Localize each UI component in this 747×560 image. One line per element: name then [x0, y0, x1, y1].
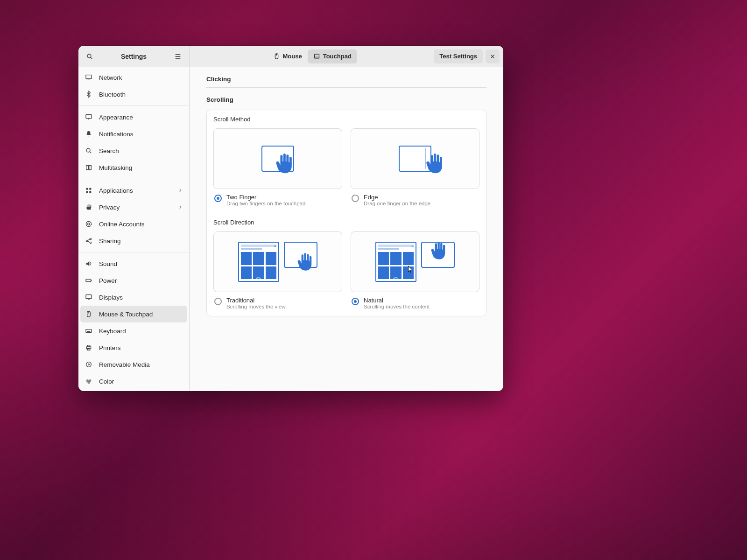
radio-traditional[interactable]: [214, 298, 222, 305]
tab-touchpad[interactable]: Touchpad: [308, 49, 357, 63]
radio-natural[interactable]: [352, 298, 359, 305]
sidebar-item-mouse-touchpad[interactable]: Mouse & Touchpad: [80, 306, 187, 322]
settings-window: Settings Network Bluetooth Appearance: [78, 46, 503, 391]
section-scrolling-title: Scrolling: [206, 96, 486, 103]
sidebar-item-label: Color: [99, 378, 114, 385]
sidebar-item-label: Removable Media: [99, 361, 150, 368]
two-finger-illustration: [213, 128, 342, 189]
svg-rect-11: [86, 165, 89, 169]
button-label: Test Settings: [439, 53, 477, 60]
search-small-icon: [85, 147, 92, 154]
scroll-direction-options: × ︽: [207, 229, 486, 316]
sidebar-item-sharing[interactable]: Sharing: [78, 232, 189, 249]
sidebar-item-privacy[interactable]: Privacy: [78, 199, 189, 216]
sidebar-list: Network Bluetooth Appearance Notificatio…: [78, 67, 189, 391]
sidebar: Settings Network Bluetooth Appearance: [78, 46, 190, 391]
appearance-icon: [85, 113, 92, 121]
sidebar-separator: [78, 252, 189, 252]
option-desc: Scrolling moves the content: [364, 304, 430, 309]
sidebar-item-label: Sharing: [99, 238, 121, 245]
bluetooth-icon: [85, 91, 92, 98]
tab-label: Touchpad: [323, 53, 352, 60]
sidebar-header: Settings: [78, 46, 189, 67]
sidebar-item-label: Sound: [99, 260, 117, 267]
svg-rect-29: [86, 329, 92, 333]
sidebar-item-label: Power: [99, 277, 117, 284]
sidebar-item-appearance[interactable]: Appearance: [78, 109, 189, 126]
svg-line-22: [87, 241, 90, 243]
content-area: Clicking Scrolling Scroll Method: [190, 67, 503, 391]
sidebar-item-label: Multitasking: [99, 164, 132, 171]
sidebar-item-label: Mouse & Touchpad: [99, 311, 153, 318]
tab-label: Mouse: [283, 53, 302, 60]
svg-rect-12: [89, 165, 92, 169]
sidebar-item-multitasking[interactable]: Multitasking: [78, 159, 189, 176]
option-edge[interactable]: Edge Drag one finger on the edge: [351, 128, 479, 207]
scroll-method-heading: Scroll Method: [207, 110, 486, 126]
multitasking-icon: [85, 164, 92, 171]
option-natural[interactable]: × ︽: [351, 231, 479, 310]
sidebar-item-label: Appearance: [99, 114, 133, 121]
svg-point-38: [87, 381, 90, 384]
sidebar-item-applications[interactable]: Applications: [78, 182, 189, 199]
scrolling-card: Scroll Method: [206, 110, 486, 316]
sidebar-item-sound[interactable]: Sound: [78, 255, 189, 272]
close-button[interactable]: [486, 49, 500, 63]
svg-line-10: [90, 152, 91, 153]
svg-point-9: [86, 148, 90, 152]
keyboard-icon: [85, 327, 92, 335]
option-two-finger[interactable]: Two Finger Drag two fingers on the touch…: [213, 128, 342, 207]
hand-icon: [85, 203, 92, 211]
sidebar-item-label: Bluetooth: [99, 91, 126, 98]
sidebar-item-notifications[interactable]: Notifications: [78, 126, 189, 142]
sidebar-item-network[interactable]: Network: [78, 69, 189, 86]
sidebar-item-bluetooth[interactable]: Bluetooth: [78, 86, 189, 103]
monitor-icon: [85, 294, 92, 301]
edge-illustration: [351, 128, 479, 189]
option-traditional[interactable]: × ︽: [213, 231, 342, 310]
sidebar-item-online-accounts[interactable]: Online Accounts: [78, 216, 189, 232]
svg-point-35: [88, 364, 90, 365]
sidebar-item-label: Keyboard: [99, 328, 126, 335]
sidebar-item-printers[interactable]: Printers: [78, 339, 189, 356]
tab-switcher: Mouse Touchpad: [268, 49, 357, 63]
share-icon: [85, 237, 92, 245]
scroll-direction-heading: Scroll Direction: [207, 213, 486, 229]
hamburger-icon[interactable]: [171, 50, 184, 63]
svg-rect-25: [86, 295, 92, 299]
svg-rect-14: [89, 188, 91, 190]
sidebar-item-keyboard[interactable]: Keyboard: [78, 322, 189, 339]
radio-edge[interactable]: [352, 195, 359, 202]
sidebar-item-displays[interactable]: Displays: [78, 289, 189, 306]
option-desc: Scrolling moves the view: [226, 304, 286, 309]
option-title: Two Finger: [226, 194, 305, 201]
sidebar-item-label: Notifications: [99, 131, 134, 138]
svg-rect-23: [86, 279, 91, 281]
sidebar-item-label: Search: [99, 147, 119, 154]
sidebar-item-power[interactable]: Power: [78, 272, 189, 289]
sidebar-separator: [78, 105, 189, 106]
option-desc: Drag two fingers on the touchpad: [226, 201, 305, 206]
sidebar-item-label: Privacy: [99, 204, 120, 211]
svg-point-34: [86, 362, 92, 367]
sidebar-item-label: Displays: [99, 294, 123, 301]
svg-point-0: [87, 54, 91, 58]
battery-icon: [85, 277, 92, 284]
tab-mouse[interactable]: Mouse: [268, 49, 308, 63]
sidebar-title: Settings: [121, 53, 147, 60]
sidebar-item-label: Network: [99, 74, 122, 81]
radio-two-finger[interactable]: [214, 195, 222, 202]
search-icon[interactable]: [83, 50, 96, 63]
mouse-small-icon: [273, 53, 280, 60]
option-title: Natural: [364, 297, 430, 304]
sidebar-item-removable-media[interactable]: Removable Media: [78, 356, 189, 373]
apps-icon: [85, 187, 92, 194]
mouse-icon: [85, 310, 92, 318]
test-settings-button[interactable]: Test Settings: [434, 49, 483, 63]
sidebar-item-color[interactable]: Color: [78, 373, 189, 390]
sidebar-item-search[interactable]: Search: [78, 142, 189, 159]
natural-illustration: × ︽: [351, 231, 479, 292]
color-icon: [85, 378, 92, 385]
disc-icon: [85, 361, 92, 368]
section-clicking-title: Clicking: [206, 76, 486, 83]
